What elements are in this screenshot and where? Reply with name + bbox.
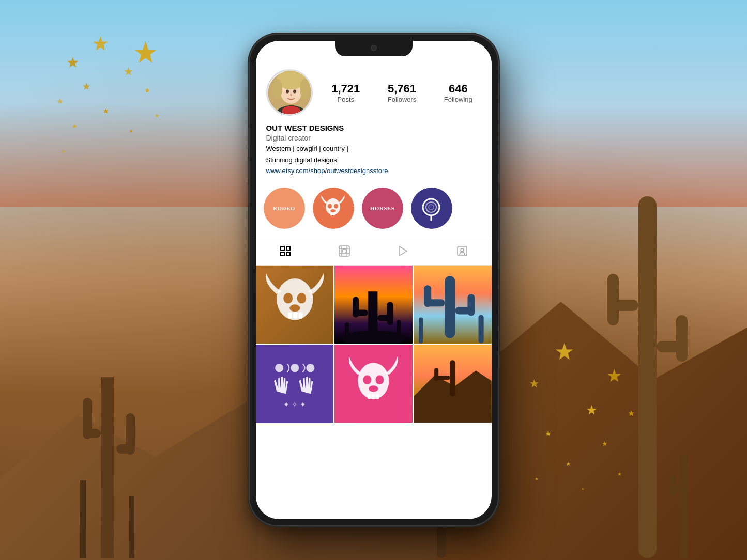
tab-bar [256, 237, 492, 266]
svg-marker-12 [556, 343, 573, 360]
stat-posts[interactable]: 1,721 Posts [331, 82, 360, 103]
stats-container: 1,721 Posts 5,761 Followers 646 Followin… [323, 82, 481, 103]
svg-point-112 [369, 385, 378, 392]
svg-rect-98 [424, 286, 431, 307]
highlight-skull[interactable] [313, 188, 354, 229]
svg-rect-84 [293, 313, 297, 319]
svg-rect-37 [680, 455, 688, 558]
svg-marker-8 [72, 124, 77, 128]
profile-info: OUT WEST DESIGNS Digital creator Western… [256, 123, 492, 180]
svg-rect-70 [339, 246, 349, 256]
highlight-horses[interactable]: HORSES [362, 188, 403, 229]
svg-point-50 [300, 79, 310, 99]
svg-point-53 [290, 94, 292, 96]
svg-point-111 [376, 375, 384, 384]
stat-following[interactable]: 646 Following [444, 82, 472, 103]
profile-content[interactable]: 1,721 Posts 5,761 Followers 646 Followin… [256, 41, 492, 519]
svg-point-81 [297, 293, 306, 304]
svg-rect-115 [376, 394, 379, 399]
svg-point-49 [272, 79, 282, 99]
post-6[interactable] [414, 345, 492, 423]
svg-rect-39 [669, 475, 676, 496]
profile-header: 1,721 Posts 5,761 Followers 646 Followin… [256, 61, 492, 123]
highlight-horses-circle: HORSES [362, 188, 403, 229]
svg-marker-76 [400, 246, 407, 256]
svg-point-63 [426, 202, 436, 212]
svg-rect-30 [80, 480, 86, 558]
svg-marker-20 [566, 462, 570, 466]
svg-point-82 [289, 305, 300, 312]
svg-point-59 [330, 209, 336, 212]
highlight-rodeo[interactable]: RODEO [264, 188, 305, 229]
svg-point-52 [293, 90, 296, 94]
svg-rect-114 [372, 394, 375, 399]
svg-rect-100 [467, 294, 475, 316]
svg-rect-93 [345, 323, 349, 344]
post-5[interactable] [334, 345, 413, 423]
tab-tagged[interactable] [433, 242, 492, 260]
post-4[interactable]: ✦ ✧ ✦ [256, 345, 334, 423]
svg-rect-89 [353, 297, 359, 318]
phone-frame: 1,721 Posts 5,761 Followers 646 Followin… [250, 35, 498, 525]
svg-rect-96 [445, 276, 455, 338]
post-2[interactable] [334, 266, 413, 344]
stars-left-decoration [52, 26, 181, 181]
svg-point-80 [283, 293, 293, 304]
highlight-rope[interactable] [411, 188, 452, 229]
post-1[interactable] [256, 266, 334, 344]
stat-followers[interactable]: 5,761 Followers [388, 82, 417, 103]
svg-rect-60 [330, 213, 332, 215]
tab-reels-preview[interactable] [315, 242, 374, 260]
profile-link[interactable]: www.etsy.com/shop/outwestdesignsstore [266, 167, 481, 175]
highlight-rodeo-circle: RODEO [264, 188, 305, 229]
posts-label: Posts [331, 96, 360, 103]
svg-marker-2 [67, 57, 79, 68]
phone-outer: 1,721 Posts 5,761 Followers 646 Followin… [250, 35, 498, 525]
svg-rect-120 [434, 368, 438, 381]
svg-marker-22 [535, 477, 538, 480]
following-count: 646 [444, 82, 472, 96]
svg-rect-101 [419, 318, 423, 344]
svg-point-58 [334, 204, 338, 208]
svg-rect-27 [83, 398, 92, 439]
svg-rect-61 [333, 213, 335, 215]
profile-avatar[interactable] [266, 69, 313, 116]
svg-marker-15 [587, 405, 597, 414]
svg-rect-118 [450, 360, 455, 396]
svg-rect-94 [397, 320, 401, 344]
svg-point-106 [306, 364, 314, 372]
svg-rect-68 [281, 252, 284, 256]
svg-rect-85 [298, 313, 302, 319]
svg-marker-5 [57, 98, 63, 104]
profile-name: OUT WEST DESIGNS [266, 123, 481, 132]
tab-reels[interactable] [374, 242, 433, 260]
svg-marker-3 [124, 67, 133, 75]
following-label: Following [444, 96, 472, 103]
followers-count: 5,761 [388, 82, 417, 96]
svg-rect-25 [101, 377, 114, 558]
svg-rect-103 [256, 345, 334, 423]
svg-rect-69 [286, 252, 290, 256]
svg-point-62 [423, 199, 439, 215]
svg-rect-91 [387, 302, 393, 325]
followers-label: Followers [388, 96, 417, 103]
posts-grid: ✦ ✧ ✦ [256, 266, 492, 422]
svg-rect-32 [638, 196, 657, 558]
svg-point-104 [275, 364, 283, 372]
posts-count: 1,721 [331, 82, 360, 96]
post-3[interactable] [414, 266, 492, 344]
svg-rect-34 [607, 274, 619, 325]
tab-grid[interactable] [256, 242, 315, 260]
svg-text:✦ ✧ ✦: ✦ ✧ ✦ [283, 400, 306, 409]
highlights-row: RODEO [256, 180, 492, 237]
svg-marker-17 [545, 431, 551, 436]
front-camera [371, 45, 377, 51]
svg-rect-29 [126, 413, 135, 455]
cactus-left [78, 351, 140, 560]
cactus-right-main [602, 196, 695, 560]
svg-point-110 [363, 375, 371, 384]
svg-rect-113 [368, 394, 371, 399]
svg-marker-0 [134, 41, 157, 63]
profile-type: Digital creator [266, 134, 481, 142]
svg-point-65 [429, 205, 434, 210]
